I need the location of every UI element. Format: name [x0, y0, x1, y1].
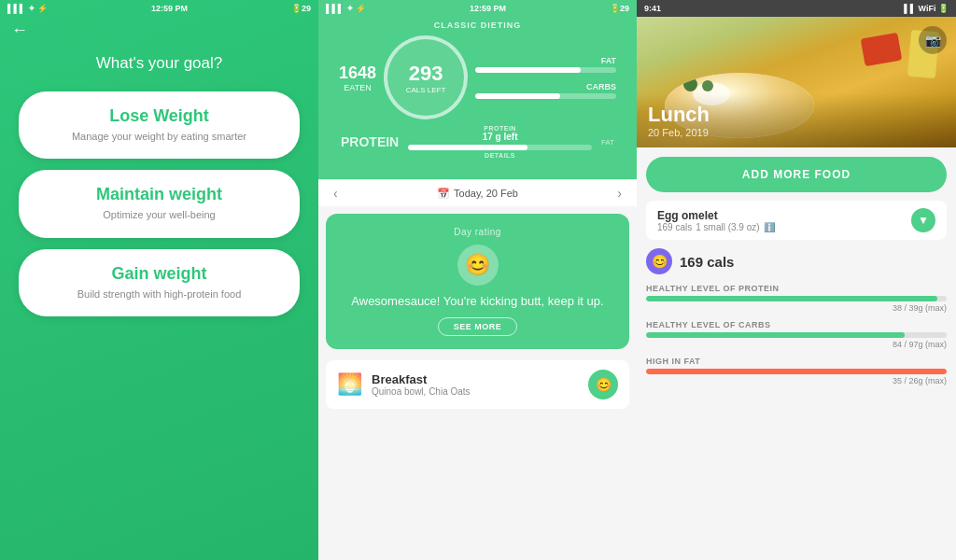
classic-dieting-panel: ▌▌▌ ✦ ⚡ 12:59 PM 🔋29 CLASSIC DIETING 164…	[318, 0, 637, 560]
back-button[interactable]: ←	[11, 21, 28, 40]
fat-nutrient-values: 35 / 26g (max)	[646, 376, 947, 385]
calories-circle: 293 CALS LEFT	[384, 35, 468, 119]
carbs-bar-bg	[475, 93, 616, 99]
breakfast-row: 🌅 Breakfast Quinoa bowl, Chia Oats 😊	[326, 360, 629, 409]
gain-weight-desc: Build strength with high-protein food	[37, 287, 281, 301]
protein-nutrient: HEALTHY LEVEL OF PROTEIN 38 / 39g (max)	[637, 280, 956, 316]
fat-macro-row: FAT	[475, 56, 616, 73]
gain-weight-card[interactable]: Gain weight Build strength with high-pro…	[19, 249, 300, 316]
breakfast-sub: Quinoa bowl, Chia Oats	[372, 386, 579, 397]
fat-carbs-right: FAT	[601, 138, 614, 147]
signal-icon: ▌▌▌ ✦ ⚡	[7, 4, 48, 13]
fat-nutrient-label: HIGH IN FAT	[646, 357, 947, 366]
date-navigation: ‹ 📅 Today, 20 Feb ›	[318, 179, 637, 206]
protein-left-val: 17 g left	[483, 132, 518, 142]
date-label: Today, 20 Feb	[454, 188, 518, 199]
day-rating-card: Day rating 😊 Awesomesauce! You're kickin…	[326, 214, 629, 349]
dieting-header: CLASSIC DIETING 1648 EATEN 293 CALS LEFT…	[318, 17, 637, 179]
carbs-nutrient-values: 84 / 97g (max)	[646, 340, 947, 349]
protein-nutrient-bar-bg	[646, 296, 947, 301]
lose-weight-label: Lose Weight	[37, 106, 281, 126]
green2	[702, 80, 713, 91]
fat-label: FAT	[475, 56, 616, 65]
gain-weight-label: Gain weight	[37, 264, 281, 284]
total-cals-amount: 169 cals	[680, 254, 734, 270]
signal-icon-2: ▌▌▌ ✦ ⚡	[326, 4, 366, 13]
maintain-weight-card[interactable]: Maintain weight Optimize your well-being	[19, 170, 300, 237]
lunch-date: 20 Feb, 2019	[648, 127, 945, 138]
fat-bar-bg	[475, 67, 616, 73]
info-icon: ℹ️	[764, 222, 775, 232]
protein-current: 38	[893, 303, 902, 313]
goal-page-title: What's your goal?	[0, 54, 318, 73]
more-badge[interactable]: 😊	[588, 370, 618, 399]
carbs-bar-fill	[475, 93, 560, 99]
protein-max: 39g (max)	[908, 303, 947, 313]
fat-nutrient-bar-bg	[646, 369, 947, 374]
calendar-icon: 📅	[437, 188, 450, 200]
food-item-action-button[interactable]: ▼	[911, 208, 935, 232]
food-item-qty: 1 small (3.9 oz)	[696, 222, 759, 232]
protein-middle: PROTEIN 17 g left DETAILS	[408, 125, 592, 159]
lunch-image: 📷 Lunch 20 Feb, 2019	[637, 17, 956, 147]
prev-date-button[interactable]: ‹	[333, 186, 338, 201]
cals-left-label: CALS LEFT	[406, 86, 446, 94]
protein-label: PROTEIN	[341, 134, 399, 149]
signal-icons-3: ▌▌ WiFi 🔋	[904, 4, 949, 13]
status-bar-3: 9:41 ▌▌ WiFi 🔋	[637, 0, 956, 17]
cals-smiley-icon: 😊	[646, 248, 672, 274]
status-bar-2: ▌▌▌ ✦ ⚡ 12:59 PM 🔋29	[318, 0, 637, 17]
cals-left-value: 293	[409, 62, 443, 86]
details-button[interactable]: DETAILS	[485, 152, 515, 159]
protein-section: PROTEIN PROTEIN 17 g left DETAILS FAT	[330, 119, 626, 168]
carbs-current: 84	[893, 340, 902, 349]
green1	[683, 77, 697, 91]
smiley-icon: 😊	[457, 245, 499, 286]
carbs-nutrient-bar-bg	[646, 332, 947, 338]
battery-icon: 🔋29	[291, 4, 311, 13]
day-rating-text: Awesomesauce! You're kicking butt, keep …	[351, 293, 603, 310]
maintain-weight-label: Maintain weight	[37, 185, 281, 204]
fat-nutrient-bar-fill	[646, 369, 947, 374]
camera-button[interactable]: 📷	[919, 26, 947, 54]
lunch-title: Lunch	[648, 103, 945, 127]
day-rating-title: Day rating	[454, 227, 501, 237]
calories-area: 1648 EATEN 293 CALS LEFT FAT CARBS	[330, 35, 626, 119]
food-item-sub: 169 cals 1 small (3.9 oz) ℹ️	[657, 222, 775, 232]
protein-bar-bg	[408, 145, 592, 150]
time-1: 12:59 PM	[151, 4, 188, 13]
food-item-name: Egg omelet	[657, 209, 775, 222]
add-food-button[interactable]: ADD MORE FOOD	[646, 157, 947, 192]
protein-nutrient-bar-fill	[646, 296, 937, 301]
protein-mid-label: PROTEIN	[484, 125, 516, 132]
fat-current: 35	[893, 376, 902, 385]
breakfast-info: Breakfast Quinoa bowl, Chia Oats	[372, 372, 579, 397]
status-bar-1: ▌▌▌ ✦ ⚡ 12:59 PM 🔋29	[0, 0, 318, 17]
food-item-row: Egg omelet 169 cals 1 small (3.9 oz) ℹ️ …	[646, 201, 947, 240]
macro-bars-right: FAT CARBS	[475, 56, 616, 99]
lunch-overlay: Lunch 20 Feb, 2019	[637, 93, 956, 147]
food-item-cals: 169 cals	[657, 222, 692, 232]
eaten-value: 1648	[339, 63, 376, 83]
see-more-button[interactable]: SEE MORE	[438, 317, 518, 336]
fat-nutrient: HIGH IN FAT 35 / 26g (max)	[637, 353, 956, 389]
protein-bar-fill	[408, 145, 527, 150]
lose-weight-card[interactable]: Lose Weight Manage your weight by eating…	[19, 91, 300, 159]
fat-right-label: FAT	[601, 138, 614, 147]
eaten-label: EATEN	[344, 83, 371, 92]
protein-nutrient-values: 38 / 39g (max)	[646, 303, 947, 313]
total-cals-row: 😊 169 cals	[637, 243, 956, 280]
breakfast-icon: 🌅	[337, 372, 362, 397]
fat-bar-fill	[475, 67, 581, 73]
classic-dieting-label: CLASSIC DIETING	[330, 21, 626, 30]
food-item-info: Egg omelet 169 cals 1 small (3.9 oz) ℹ️	[657, 209, 775, 232]
carbs-nutrient-bar-fill	[646, 332, 905, 338]
time-3: 9:41	[644, 4, 661, 13]
protein-nutrient-label: HEALTHY LEVEL OF PROTEIN	[646, 284, 947, 293]
carbs-label: CARBS	[475, 82, 616, 91]
goal-selection-panel: ▌▌▌ ✦ ⚡ 12:59 PM 🔋29 ← What's your goal?…	[0, 0, 318, 560]
maintain-weight-desc: Optimize your well-being	[37, 208, 281, 222]
next-date-button[interactable]: ›	[617, 186, 622, 201]
carbs-macro-row: CARBS	[475, 82, 616, 99]
carbs-nutrient-label: HEALTHY LEVEL OF CARBS	[646, 320, 947, 329]
